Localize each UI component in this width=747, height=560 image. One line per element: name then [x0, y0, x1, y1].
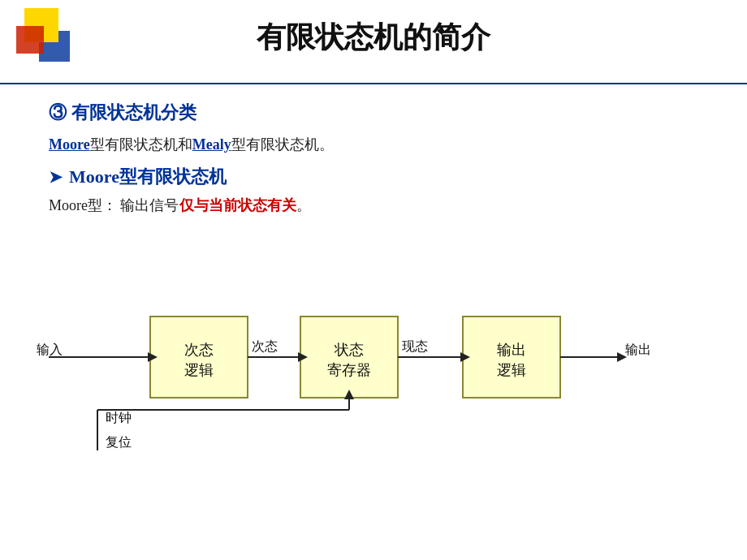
label-input: 输入 [37, 342, 63, 356]
red-square [16, 26, 44, 54]
para1-end: 型有限状态机。 [231, 136, 334, 153]
moore-type-link: Moore [49, 136, 90, 153]
main-content: ③ 有限状态机分类 Moore型有限状态机和Mealy型有限状态机。 ➤ Moo… [49, 89, 715, 227]
title-divider [0, 83, 747, 84]
section-heading: ③ 有限状态机分类 [49, 101, 715, 125]
moore-subheading-text: Moore型有限状态机 [69, 165, 227, 189]
label-reset: 复位 [106, 435, 132, 449]
moore-desc-pre: Moore型： 输出信号 [49, 197, 179, 213]
fsm-diagram: 次态 逻辑 状态 寄存器 输出 逻辑 输入 次态 现态 输出 时钟 [24, 276, 723, 503]
mealy-type-link: Mealy [192, 136, 231, 153]
moore-subheading: ➤ Moore型有限状态机 [49, 165, 715, 189]
box2-line2: 寄存器 [327, 362, 371, 378]
fsm-types-paragraph: Moore型有限状态机和Mealy型有限状态机。 [49, 133, 715, 157]
moore-desc-end: 。 [296, 197, 311, 213]
section-title: 有限状态机分类 [71, 102, 196, 123]
moore-desc-red: 仅与当前状态有关 [179, 197, 296, 213]
arrow-bullet: ➤ [49, 167, 63, 187]
flow-svg: 次态 逻辑 状态 寄存器 输出 逻辑 输入 次态 现态 输出 时钟 [24, 276, 723, 479]
box3-line2: 逻辑 [497, 362, 526, 378]
label-clock: 时钟 [106, 411, 132, 424]
section-number: ③ [49, 102, 67, 123]
label-current-state: 现态 [402, 339, 428, 353]
label-output: 输出 [625, 342, 651, 356]
box1-line2: 逻辑 [184, 362, 214, 378]
box2-line1: 状态 [334, 342, 364, 358]
page-title: 有限状态机的简介 [0, 18, 747, 58]
box1-line1: 次态 [184, 342, 214, 358]
label-next-state: 次态 [252, 339, 278, 353]
box3-line1: 输出 [497, 342, 526, 358]
moore-description: Moore型： 输出信号仅与当前状态有关。 [49, 194, 715, 218]
para1-mid: 型有限状态机和 [90, 136, 192, 153]
